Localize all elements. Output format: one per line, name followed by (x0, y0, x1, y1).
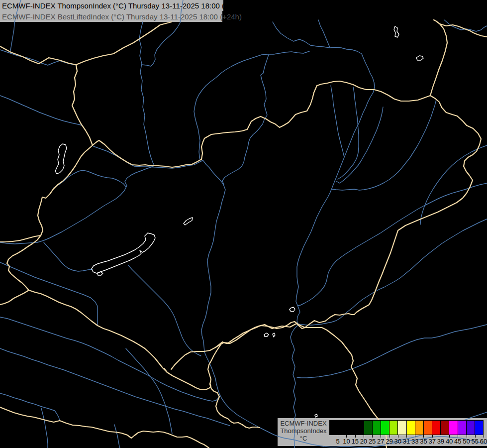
lake-outline (416, 56, 423, 60)
country-border-path (171, 347, 215, 369)
river-path (273, 22, 375, 448)
lake-outline (290, 307, 295, 312)
lake-outline (55, 144, 67, 174)
river-path (0, 50, 76, 65)
legend-title-index: ThompsonIndex (279, 427, 328, 435)
legend-color-cell (389, 420, 397, 435)
river-path (338, 87, 359, 179)
river-path (331, 86, 344, 155)
river-path (420, 145, 487, 224)
lake-outline (184, 218, 193, 225)
legend-color-cell (466, 420, 475, 435)
legend-color-cell (397, 420, 406, 435)
country-border-path (7, 235, 41, 290)
river-path (0, 96, 82, 125)
river-path (0, 348, 230, 426)
legend-color-cell (364, 420, 372, 435)
country-border-path (0, 235, 41, 242)
river-path (444, 20, 487, 31)
legend-color-cell (475, 420, 484, 435)
legend-color-cell (415, 420, 423, 435)
legend-color-cell (449, 420, 457, 435)
river-path (41, 408, 48, 448)
country-border-path (354, 96, 481, 315)
country-borders-layer (0, 20, 487, 448)
legend-color-cell (355, 420, 364, 435)
river-path (139, 22, 154, 165)
river-path (298, 219, 487, 325)
lake-outline (273, 333, 275, 337)
legend-title-block: ECMWF-INDEX ThompsonIndex °C (279, 420, 328, 442)
legend-color-cell (458, 420, 466, 435)
legend-color-cell (372, 420, 381, 435)
country-border-path (72, 22, 172, 145)
legend-color-cell (346, 420, 355, 435)
map-title-line2: ECMWF-INDEX BestLiftedIndex (°C) Thursda… (2, 12, 242, 21)
river-path (297, 325, 487, 378)
river-path (126, 348, 172, 434)
country-border-path (0, 407, 209, 448)
river-path (54, 170, 126, 188)
river-path (128, 265, 201, 356)
legend: ECMWF-INDEX ThompsonIndex °C 51015202527… (278, 418, 487, 446)
river-path (298, 183, 487, 306)
legend-colorbar (329, 420, 484, 435)
legend-color-cell (381, 420, 389, 435)
river-path (332, 100, 436, 190)
river-path (114, 425, 120, 448)
country-border-path (0, 290, 29, 305)
country-border-path (29, 290, 211, 390)
river-path (194, 51, 309, 159)
river-path (0, 393, 60, 421)
river-path (336, 107, 383, 183)
country-border-path (93, 81, 430, 167)
river-path (0, 262, 97, 326)
legend-color-cell (423, 420, 432, 435)
rivers-layer (0, 0, 487, 448)
river-path (0, 317, 219, 401)
legend-color-cell (432, 420, 440, 435)
river-path (0, 166, 154, 244)
country-border-path (164, 368, 167, 372)
river-path (94, 146, 487, 448)
country-border-path (215, 322, 305, 347)
country-border-path (305, 314, 354, 328)
weather-map-screen: ECMWF-INDEX ThompsonIndex (°C) Thursday … (0, 0, 487, 448)
lake-outline (315, 414, 317, 417)
weather-map (0, 0, 487, 448)
legend-title-product: ECMWF-INDEX (279, 420, 328, 427)
legend-color-cell (406, 420, 415, 435)
river-path (222, 55, 269, 185)
legend-tick-label: 60 (478, 438, 487, 445)
lake-outline (264, 333, 269, 336)
legend-title-unit: °C (279, 435, 328, 442)
country-border-path (440, 24, 487, 37)
country-border-path (430, 20, 447, 96)
lakes-layer (55, 26, 423, 417)
river-path (318, 20, 330, 47)
legend-color-cell (338, 420, 346, 435)
river-path (44, 242, 93, 271)
lake-outline (92, 233, 155, 273)
legend-color-cell (440, 420, 449, 435)
map-title-line1: ECMWF-INDEX ThompsonIndex (°C) Thursday … (2, 1, 244, 10)
country-border-path (222, 324, 305, 343)
legend-color-cell (329, 420, 338, 435)
lake-outline (394, 26, 399, 37)
lake-outline (97, 272, 103, 275)
country-border-path (208, 342, 260, 428)
country-border-path (0, 46, 76, 65)
country-border-path (38, 145, 93, 235)
